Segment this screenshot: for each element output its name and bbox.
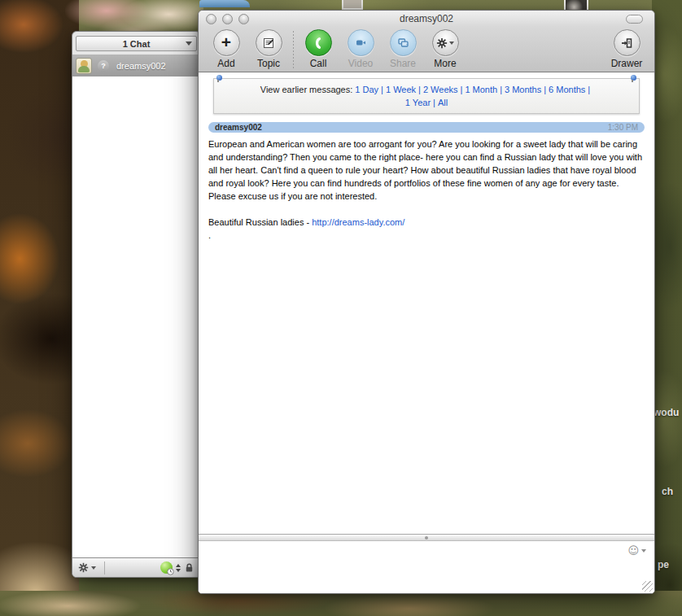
drawer-button-label: Drawer xyxy=(611,58,643,69)
chat-transcript-area: View earlier messages: 1 Day|1 Week|2 We… xyxy=(199,72,654,534)
link-2-weeks[interactable]: 2 Weeks xyxy=(423,85,458,94)
wallpaper-text-fragment: pe xyxy=(658,559,669,570)
video-button-label: Video xyxy=(348,58,373,69)
video-camera-icon xyxy=(354,36,368,50)
transcript-input-splitter[interactable] xyxy=(199,534,654,541)
topic-button[interactable]: Topic xyxy=(251,29,286,69)
status-stepper[interactable] xyxy=(176,564,181,572)
drawer-icon xyxy=(620,37,633,50)
message-paragraph: . xyxy=(208,229,645,242)
message-list: dreamsy002 1:30 PM European and American… xyxy=(199,114,654,242)
actions-gear-button[interactable] xyxy=(78,562,96,573)
share-button-label: Share xyxy=(390,58,416,69)
plus-icon: + xyxy=(221,33,231,50)
divider xyxy=(104,561,105,574)
share-button[interactable]: Share xyxy=(385,29,421,69)
desktop-wallpaper-bottom xyxy=(0,591,682,616)
message-sender: dreamsy002 xyxy=(215,123,262,132)
buddy-list-bottom-bar xyxy=(72,557,200,577)
link-separator: | xyxy=(500,85,502,94)
link-separator: | xyxy=(588,85,590,94)
gear-icon xyxy=(436,37,448,49)
pin-icon[interactable] xyxy=(631,75,636,81)
title-bar[interactable]: dreamsy002 xyxy=(199,11,654,27)
smiley-icon: ☺ xyxy=(627,545,639,556)
more-button-label: More xyxy=(434,58,456,69)
earlier-prefix: View earlier messages: xyxy=(260,85,353,94)
link-separator: | xyxy=(433,98,435,107)
clock-icon xyxy=(167,568,174,575)
resize-grip[interactable] xyxy=(642,581,653,592)
link-3-months[interactable]: 3 Months xyxy=(505,85,541,94)
message-text: Beautiful Russian ladies - xyxy=(208,217,312,227)
contact-name: dreamsy002 xyxy=(116,61,166,71)
chat-window: dreamsy002 + Add Topic Cal xyxy=(198,10,655,594)
chevron-down-icon xyxy=(449,42,454,45)
toolbar-separator xyxy=(293,31,294,68)
window-title: dreamsy002 xyxy=(199,13,654,24)
desktop-photo-thumbnail[interactable] xyxy=(342,0,363,10)
link-separator: | xyxy=(418,85,421,94)
link-1-year[interactable]: 1 Year xyxy=(405,98,431,107)
message-header: dreamsy002 1:30 PM xyxy=(208,122,645,133)
add-button[interactable]: + Add xyxy=(208,29,244,69)
chevron-down-icon xyxy=(641,549,646,553)
link-separator: | xyxy=(461,85,463,94)
chat-filter-label: 1 Chat xyxy=(123,39,151,49)
message-paragraph: Beautiful Russian ladies - http://dreams… xyxy=(208,216,645,229)
splitter-handle xyxy=(425,536,428,540)
more-button[interactable]: More xyxy=(427,29,463,69)
contact-avatar xyxy=(76,58,92,74)
chat-filter-dropdown[interactable]: 1 Chat xyxy=(76,36,197,51)
chevron-down-icon xyxy=(186,42,192,46)
toolbar: + Add Topic Call xyxy=(199,27,654,72)
message-body: European and American women are too arro… xyxy=(208,138,645,242)
video-button[interactable]: Video xyxy=(343,29,378,69)
drawer-button[interactable]: Drawer xyxy=(609,29,645,69)
chat-list: ? dreamsy002 xyxy=(72,55,200,557)
gear-icon xyxy=(78,562,89,573)
unknown-status-icon: ? xyxy=(98,60,109,72)
wallpaper-text-fragment: wodu xyxy=(654,407,679,418)
link-1-week[interactable]: 1 Week xyxy=(386,85,416,94)
pin-icon[interactable] xyxy=(216,75,222,81)
message-link[interactable]: http://dreams-lady.com/ xyxy=(312,217,404,227)
message-paragraph: European and American women are too arro… xyxy=(208,138,645,203)
topic-pencil-icon xyxy=(262,37,275,50)
link-1-month[interactable]: 1 Month xyxy=(465,85,497,94)
buddy-list-header-area: 1 Chat xyxy=(72,32,200,55)
toolbar-toggle-button[interactable] xyxy=(626,15,643,24)
view-earlier-messages-bar: View earlier messages: 1 Day|1 Week|2 We… xyxy=(213,78,640,114)
topic-button-label: Topic xyxy=(257,58,280,69)
buddy-list-window: 1 Chat ? dreamsy002 xyxy=(72,31,201,578)
lock-icon[interactable] xyxy=(184,562,195,573)
emoticon-button[interactable]: ☺ xyxy=(627,545,646,556)
chevron-down-icon xyxy=(91,566,96,570)
message-timestamp: 1:30 PM xyxy=(608,123,638,132)
wallpaper-text-fragment: ch xyxy=(662,486,673,497)
link-1-day[interactable]: 1 Day xyxy=(355,85,378,94)
earlier-links-line1: View earlier messages: 1 Day|1 Week|2 We… xyxy=(260,83,592,96)
add-button-label: Add xyxy=(217,58,234,69)
desktop-wallpaper-left xyxy=(0,0,79,616)
screen-share-icon xyxy=(396,36,410,50)
chat-list-item-dreamsy002[interactable]: ? dreamsy002 xyxy=(72,55,200,76)
call-button[interactable]: Call xyxy=(300,29,336,69)
earlier-links-line2: 1 Year|All xyxy=(405,96,448,109)
desktop-folder-icon[interactable] xyxy=(199,0,250,7)
link-separator: | xyxy=(381,85,383,94)
status-away-icon[interactable] xyxy=(160,561,173,574)
link-separator: | xyxy=(544,85,546,94)
call-button-label: Call xyxy=(310,58,327,69)
link-6-months[interactable]: 6 Months xyxy=(549,85,585,94)
message-input-area[interactable]: ☺ xyxy=(199,541,654,593)
desktop-wallpaper-right xyxy=(652,0,682,616)
link-all[interactable]: All xyxy=(438,98,448,107)
phone-icon xyxy=(312,37,325,50)
